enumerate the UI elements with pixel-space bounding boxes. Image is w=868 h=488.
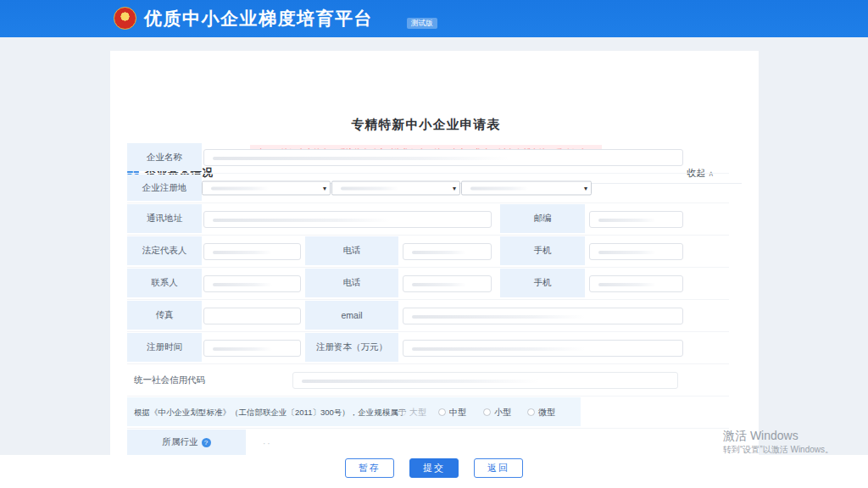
company-name-label: 企业名称 xyxy=(127,143,202,171)
version-badge: 测试版 xyxy=(407,18,437,29)
province-select[interactable]: ▾ xyxy=(202,181,331,196)
phone-field[interactable] xyxy=(403,244,491,259)
radio-icon xyxy=(483,408,491,416)
legal-representative-label: 法定代表人 xyxy=(127,236,202,265)
legal-representative-field[interactable] xyxy=(204,244,300,259)
registration-date-field[interactable] xyxy=(204,341,300,356)
table-row-registration-location: 企业注册地 ▾ ▾ ▾ xyxy=(127,174,729,203)
city-select[interactable]: ▾ xyxy=(331,181,460,196)
radio-icon xyxy=(527,408,535,416)
scale-radio-large[interactable]: 大型 xyxy=(398,407,426,419)
chevron-down-icon: ▾ xyxy=(323,185,326,191)
scale-question-label: 根据《中小企业划型标准》（工信部联企业〔2011〕300号），企业规模属于 xyxy=(134,407,406,418)
contact-phone-field[interactable] xyxy=(403,276,491,291)
activate-windows-watermark: 激活 Windows xyxy=(723,429,798,444)
page: ★ 优质中小企业梯度培育平台 测试版 专精特新中小企业申请表 本页面填报内容较多… xyxy=(0,0,868,488)
industry-label: 所属行业 ? xyxy=(127,430,246,455)
contact-person-label: 联系人 xyxy=(127,269,202,297)
scale-option-label: 中型 xyxy=(449,407,466,419)
redacted-value xyxy=(470,187,528,191)
basic-info-table: 企业名称 企业注册地 ▾ ▾ ▾ xyxy=(127,142,729,455)
phone-input[interactable] xyxy=(403,243,492,260)
company-name-field[interactable] xyxy=(204,150,682,165)
emblem-star-icon: ★ xyxy=(121,12,130,21)
table-row-industry: 所属行业 ? ·· xyxy=(127,429,729,455)
email-label: email xyxy=(305,301,398,330)
fax-input[interactable] xyxy=(203,308,301,324)
redacted-value xyxy=(211,187,269,191)
submit-button[interactable]: 提交 xyxy=(409,458,459,478)
contact-phone-input[interactable] xyxy=(403,275,492,292)
industry-label-text: 所属行业 xyxy=(163,436,198,448)
legal-representative-input[interactable] xyxy=(203,243,301,260)
contact-mobile-input[interactable] xyxy=(589,275,683,292)
company-name-input[interactable] xyxy=(203,149,683,166)
table-row-address: 通讯地址 邮编 xyxy=(127,203,729,236)
contact-mobile-field[interactable] xyxy=(590,276,682,291)
mobile-label: 手机 xyxy=(500,236,585,265)
scale-radio-micro[interactable]: 微型 xyxy=(527,407,555,419)
postcode-label: 邮编 xyxy=(500,204,585,233)
fax-field[interactable] xyxy=(204,308,300,324)
district-select[interactable]: ▾ xyxy=(461,181,592,196)
national-emblem-logo: ★ xyxy=(114,7,136,30)
activate-windows-watermark-sub: 转到“设置”以激活 Windows。 xyxy=(723,444,833,456)
scale-radio-small[interactable]: 小型 xyxy=(483,407,511,419)
address-label: 通讯地址 xyxy=(127,204,202,233)
app-title: 优质中小企业梯度培育平台 xyxy=(144,0,373,37)
form-title: 专精特新中小企业申请表 xyxy=(110,117,742,133)
scale-option-label: 小型 xyxy=(494,407,511,419)
draft-button[interactable]: 暂存 xyxy=(345,458,394,478)
registration-date-label: 注册时间 xyxy=(127,333,202,362)
table-row-contact-person: 联系人 电话 手机 xyxy=(127,268,729,300)
table-row-company-name: 企业名称 xyxy=(127,142,729,174)
info-icon[interactable]: ? xyxy=(202,438,211,447)
table-row-legal-representative: 法定代表人 电话 手机 xyxy=(127,236,729,268)
registered-capital-input[interactable] xyxy=(403,340,683,357)
app-header: ★ 优质中小企业梯度培育平台 测试版 xyxy=(0,0,868,37)
registration-date-input[interactable] xyxy=(203,340,301,357)
address-input[interactable] xyxy=(203,211,492,228)
radio-icon xyxy=(438,408,446,416)
chevron-down-icon: ▾ xyxy=(584,185,587,191)
scale-radio-medium[interactable]: 中型 xyxy=(438,407,466,419)
contact-mobile-label: 手机 xyxy=(500,269,585,297)
registered-capital-field[interactable] xyxy=(403,341,682,356)
mobile-input[interactable] xyxy=(589,243,683,260)
contact-person-field[interactable] xyxy=(204,276,300,291)
email-field[interactable] xyxy=(403,308,682,324)
chevron-down-icon: ▾ xyxy=(453,185,456,191)
scale-option-label: 大型 xyxy=(409,407,426,419)
registration-location-label: 企业注册地 xyxy=(127,175,202,201)
contact-phone-label: 电话 xyxy=(305,269,398,297)
credit-code-label: 统一社会信用代码 xyxy=(134,374,205,386)
table-row-enterprise-scale: 根据《中小企业划型标准》（工信部联企业〔2011〕300号），企业规模属于 大型… xyxy=(127,396,729,429)
back-button[interactable]: 返回 xyxy=(474,458,523,478)
mobile-field[interactable] xyxy=(590,244,682,259)
table-row-credit-code: 统一社会信用代码 xyxy=(127,364,729,396)
phone-label: 电话 xyxy=(305,236,398,265)
address-field[interactable] xyxy=(204,212,491,227)
email-input[interactable] xyxy=(403,308,683,324)
redacted-value: ·· xyxy=(263,439,272,448)
credit-code-field[interactable] xyxy=(293,373,677,388)
application-form-card: 专精特新中小企业申请表 本页面填报内容较多，系统将自动定时为您保存已填写内容，您… xyxy=(110,51,759,455)
postcode-field[interactable] xyxy=(590,212,682,227)
registered-capital-label: 注册资本（万元） xyxy=(305,333,398,362)
table-row-registration: 注册时间 注册资本（万元） xyxy=(127,332,729,364)
scale-option-label: 微型 xyxy=(538,407,555,419)
table-row-fax-email: 传真 email xyxy=(127,300,729,332)
fax-label: 传真 xyxy=(127,301,202,330)
redacted-value xyxy=(341,187,398,191)
contact-person-input[interactable] xyxy=(203,275,301,292)
postcode-input[interactable] xyxy=(589,211,683,228)
credit-code-input[interactable] xyxy=(292,372,678,389)
footer-actions: 暂存 提交 返回 xyxy=(0,455,868,488)
radio-icon xyxy=(398,408,406,416)
